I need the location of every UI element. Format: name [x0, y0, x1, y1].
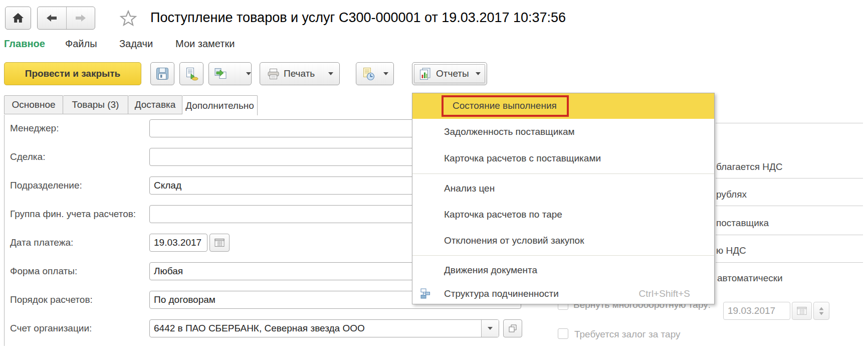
spinner-up-icon: [819, 307, 824, 310]
post-and-close-button[interactable]: Провести и закрыть: [4, 62, 141, 85]
annotation-red-box: [442, 95, 569, 117]
menu-item-document-movements[interactable]: Движения документа: [412, 257, 714, 283]
field-label-deal: Сделка:: [10, 148, 45, 166]
org-account-open-button[interactable]: [503, 319, 522, 337]
chevron-down-icon: [476, 72, 481, 75]
home-icon: [12, 12, 25, 24]
history-nav-group: [37, 7, 95, 30]
org-account-dropdown-button[interactable]: [481, 320, 499, 337]
tab-main[interactable]: Основное: [4, 95, 63, 114]
field-label-payment-form: Форма оплаты:: [10, 262, 77, 280]
tare-return-calendar-button[interactable]: [792, 302, 812, 320]
post-document-button[interactable]: [179, 62, 203, 85]
menu-item-price-analysis[interactable]: Анализ цен: [412, 175, 714, 202]
right-fragment-incl-vat: ю НДС: [716, 245, 746, 256]
right-fragment-currency: рублях: [716, 189, 747, 200]
reports-button[interactable]: Отчеты: [412, 62, 487, 85]
reports-button-label: Отчеты: [436, 68, 469, 79]
back-arrow-icon: [46, 14, 57, 22]
menu-item-label: Задолженность поставщикам: [444, 126, 575, 137]
tab-label: Товары (3): [72, 99, 119, 110]
field-label-department: Подразделение:: [10, 176, 82, 195]
nav-item-tasks[interactable]: Задачи: [119, 38, 153, 50]
chevron-down-icon: [328, 72, 333, 75]
page-title: Поступление товаров и услуг С300-000001 …: [150, 10, 566, 26]
menu-item-tare-settlement-card[interactable]: Карточка расчетов по таре: [412, 202, 714, 228]
menu-item-label: Карточка расчетов по таре: [444, 209, 562, 220]
field-underline: [716, 206, 863, 206]
field-label-org-account: Счет организации:: [10, 319, 92, 337]
field-underline: [716, 262, 863, 263]
tab-label: Доставка: [135, 99, 176, 110]
calendar-icon: [797, 306, 807, 315]
save-icon: [156, 67, 169, 80]
save-button[interactable]: [150, 62, 174, 85]
chevron-down-icon: [488, 327, 493, 330]
menu-item-label: Карточка расчетов с поставщиками: [444, 153, 601, 164]
menu-item-shortcut: Ctrl+Shift+S: [639, 288, 714, 299]
menu-item-execution-status[interactable]: Состояние выполнения: [412, 93, 714, 119]
favorite-star-icon[interactable]: [119, 10, 138, 30]
right-fragment-vat: благается НДС: [716, 161, 783, 172]
payment-date-calendar-button[interactable]: [209, 234, 230, 252]
tare-return-date-spinner[interactable]: [813, 302, 829, 320]
menu-item-label: Анализ цен: [444, 183, 495, 194]
menu-item-label: Структура подчиненности: [444, 288, 559, 299]
back-button[interactable]: [38, 7, 66, 29]
right-fragment-auto: автоматически: [717, 273, 783, 284]
menu-separator: [412, 254, 714, 257]
menu-item-label: Отклонения от условий закупок: [444, 235, 584, 246]
right-fragment-supplier: поставщика: [716, 218, 769, 229]
tab-label: Основное: [12, 99, 55, 110]
payment-date-input[interactable]: 19.03.2017: [149, 234, 207, 252]
org-account-value: 6442 в ПАО СБЕРБАНК, Северная звезда ООО: [154, 323, 365, 333]
print-button[interactable]: Печать: [260, 62, 340, 85]
menu-item-supplier-debt[interactable]: Задолженность поставщикам: [412, 119, 714, 145]
attached-files-icon: [361, 67, 375, 81]
tab-label: Дополнительно: [185, 100, 254, 111]
field-underline: [716, 178, 863, 178]
chevron-down-icon: [246, 72, 251, 75]
org-account-combobox[interactable]: 6442 в ПАО СБЕРБАНК, Северная звезда ООО: [149, 319, 499, 337]
create-based-on-button[interactable]: [208, 62, 252, 85]
field-label-settlement-order: Порядок расчетов:: [10, 291, 93, 309]
calendar-icon: [214, 238, 225, 247]
tab-additional[interactable]: Дополнительно: [182, 95, 258, 115]
tare-deposit-label: Требуется залог за тару: [574, 329, 681, 340]
menu-item-supplier-settlement-card[interactable]: Карточка расчетов с поставщиками: [412, 145, 714, 172]
reports-icon: [418, 67, 432, 81]
field-underline: [716, 123, 863, 123]
spinner-down-icon: [819, 312, 824, 315]
menu-separator: [412, 172, 714, 175]
menu-item-label: Движения документа: [444, 265, 537, 276]
field-label-fin-group: Группа фин. учета расчетов:: [10, 205, 136, 223]
attached-files-button[interactable]: [356, 62, 394, 85]
field-label-payment-date: Дата платежа:: [10, 234, 73, 252]
menu-item-subordination-structure[interactable]: Структура подчиненности Ctrl+Shift+S: [412, 283, 714, 304]
tab-delivery[interactable]: Доставка: [128, 95, 182, 114]
subordination-structure-icon: [419, 288, 431, 299]
open-in-new-icon: [508, 324, 517, 333]
menu-item-purchase-deviations[interactable]: Отклонения от условий закупок: [412, 228, 714, 254]
nav-item-notes[interactable]: Мои заметки: [175, 38, 235, 50]
forward-arrow-icon: [75, 14, 86, 22]
panel-border: [4, 115, 5, 346]
print-icon: [267, 68, 280, 80]
tare-return-date-input[interactable]: 19.03.2017: [723, 302, 790, 320]
nav-item-files[interactable]: Файлы: [65, 38, 97, 50]
print-button-label: Печать: [284, 68, 315, 79]
field-label-manager: Менеджер:: [10, 119, 59, 137]
forward-button[interactable]: [66, 7, 95, 29]
field-underline: [716, 235, 863, 235]
post-document-icon: [185, 67, 198, 81]
tare-deposit-checkbox[interactable]: [558, 328, 568, 339]
tab-goods[interactable]: Товары (3): [63, 95, 128, 114]
create-based-on-icon: [214, 67, 228, 80]
home-button[interactable]: [5, 7, 31, 30]
reports-dropdown-menu: Состояние выполнения Задолженность поста…: [412, 93, 715, 304]
nav-item-main[interactable]: Главное: [4, 38, 45, 50]
chevron-down-icon: [383, 72, 388, 75]
